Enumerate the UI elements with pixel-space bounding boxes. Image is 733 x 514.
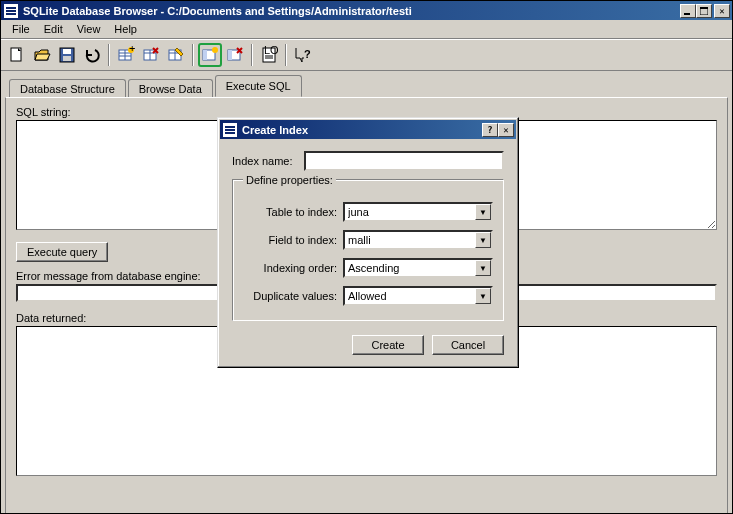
dialog-icon <box>222 122 238 138</box>
delete-index-button[interactable] <box>223 43 247 67</box>
svg-rect-36 <box>225 132 235 134</box>
chevron-down-icon[interactable]: ▼ <box>475 288 491 304</box>
create-table-button[interactable]: + <box>114 43 138 67</box>
minimize-button[interactable] <box>680 4 696 18</box>
field-to-index-label: Field to index: <box>243 234 343 246</box>
revert-button[interactable] <box>80 43 104 67</box>
svg-text:LOG: LOG <box>264 46 278 56</box>
dialog-title: Create Index <box>242 124 482 136</box>
indexing-order-label: Indexing order: <box>243 262 343 274</box>
open-database-button[interactable] <box>30 43 54 67</box>
svg-rect-9 <box>63 49 71 54</box>
main-titlebar: SQLite Database Browser - C:/Documents a… <box>1 1 732 20</box>
svg-text:?: ? <box>304 48 311 60</box>
define-properties-legend: Define properties: <box>243 174 336 186</box>
svg-rect-27 <box>228 50 232 60</box>
indexing-order-combo[interactable] <box>343 258 493 278</box>
chevron-down-icon[interactable]: ▼ <box>475 232 491 248</box>
create-index-button[interactable] <box>198 43 222 67</box>
app-icon <box>3 3 19 19</box>
toolbar-separator <box>192 44 194 66</box>
close-button[interactable]: ✕ <box>714 4 730 18</box>
svg-text:+: + <box>129 46 135 54</box>
new-database-button[interactable] <box>5 43 29 67</box>
delete-table-button[interactable] <box>139 43 163 67</box>
toolbar: + LOG ? <box>1 39 732 71</box>
menubar: File Edit View Help <box>1 20 732 39</box>
toolbar-separator <box>251 44 253 66</box>
svg-rect-4 <box>684 13 690 15</box>
tab-bar: Database Structure Browse Data Execute S… <box>1 71 732 97</box>
tab-execute-sql[interactable]: Execute SQL <box>215 75 302 97</box>
svg-rect-35 <box>225 129 235 131</box>
svg-rect-6 <box>700 7 708 9</box>
dialog-close-button[interactable]: ✕ <box>498 123 514 137</box>
cancel-button[interactable]: Cancel <box>432 335 504 355</box>
chevron-down-icon[interactable]: ▼ <box>475 204 491 220</box>
dialog-titlebar[interactable]: Create Index ? ✕ <box>220 120 516 139</box>
svg-rect-24 <box>203 50 207 60</box>
svg-rect-2 <box>6 10 16 12</box>
define-properties-fieldset: Define properties: Table to index: ▼ Fie… <box>232 179 504 321</box>
menu-file[interactable]: File <box>5 21 37 37</box>
tab-browse-data[interactable]: Browse Data <box>128 79 213 98</box>
chevron-down-icon[interactable]: ▼ <box>475 260 491 276</box>
duplicate-values-combo[interactable] <box>343 286 493 306</box>
create-button[interactable]: Create <box>352 335 424 355</box>
svg-rect-3 <box>6 13 16 15</box>
modify-table-button[interactable] <box>164 43 188 67</box>
index-name-label: Index name: <box>232 155 304 167</box>
table-to-index-combo[interactable] <box>343 202 493 222</box>
menu-edit[interactable]: Edit <box>37 21 70 37</box>
toolbar-separator <box>108 44 110 66</box>
svg-point-25 <box>212 47 218 53</box>
whatsthis-button[interactable]: ? <box>291 43 315 67</box>
window-title: SQLite Database Browser - C:/Documents a… <box>23 5 680 17</box>
dialog-help-button[interactable]: ? <box>482 123 498 137</box>
index-name-input[interactable] <box>304 151 504 171</box>
menu-view[interactable]: View <box>70 21 108 37</box>
svg-rect-34 <box>225 126 235 128</box>
svg-rect-10 <box>63 56 71 61</box>
svg-rect-1 <box>6 7 16 9</box>
save-database-button[interactable] <box>55 43 79 67</box>
menu-help[interactable]: Help <box>107 21 144 37</box>
table-to-index-label: Table to index: <box>243 206 343 218</box>
execute-query-button[interactable]: Execute query <box>16 242 108 262</box>
toolbar-separator <box>285 44 287 66</box>
maximize-button[interactable] <box>696 4 712 18</box>
field-to-index-combo[interactable] <box>343 230 493 250</box>
duplicate-values-label: Duplicate values: <box>243 290 343 302</box>
tab-database-structure[interactable]: Database Structure <box>9 79 126 98</box>
log-button[interactable]: LOG <box>257 43 281 67</box>
create-index-dialog: Create Index ? ✕ Index name: Define prop… <box>217 117 519 368</box>
